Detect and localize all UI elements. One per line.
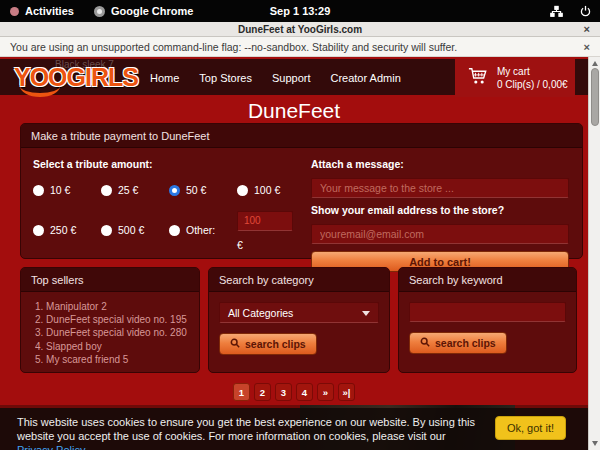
warning-close-icon[interactable]: × [584,41,590,53]
power-icon[interactable] [579,5,592,18]
system-top-bar: Activities Google Chrome Sep 1 13:29 [0,0,600,22]
amount-option-10[interactable]: 10 € [33,184,101,196]
cart-text: My cart 0 Clip(s) / 0,00€ [497,65,568,92]
top-seller-link[interactable]: 5. My scared friend 5 [35,353,189,366]
pagination-button-4[interactable]: 4 [296,383,313,401]
top-seller-link[interactable]: 3. DuneFeet special video no. 280 F [35,326,189,339]
cart-line1: My cart [497,66,530,77]
radio-icon[interactable] [101,225,112,236]
keyword-input[interactable] [409,302,566,322]
window-title: DuneFeet at YooGirls.com [238,24,362,35]
background-ghost-text: Black sleek 7 [55,59,114,70]
nav-item-creator-admin[interactable]: Creator Admin [330,72,400,84]
amount-option-label: 250 € [50,224,76,236]
page-scrollbar[interactable] [588,57,600,450]
desktop-screen: Activities Google Chrome Sep 1 13:29 Dun… [0,0,600,450]
category-select-value: All Categories [228,307,293,319]
chrome-icon [94,6,105,17]
search-category-title: Search by category [209,268,389,292]
window-title-bar: DuneFeet at YooGirls.com × [0,22,600,37]
scroll-down-icon[interactable] [592,441,598,446]
message-input[interactable] [311,178,569,198]
radio-icon[interactable] [237,185,248,196]
category-select[interactable]: All Categories [219,302,379,323]
main-nav: HomeTop StoresSupportCreator Admin [150,59,401,97]
search-keyword-button-label: search clips [435,337,496,349]
cart-button[interactable]: My cart 0 Clip(s) / 0,00€ [455,59,575,97]
amount-label: Select a tribute amount: [33,158,301,170]
amount-option-label: 50 € [186,184,206,196]
search-icon [420,337,430,349]
warning-text: You are using an unsupported command-lin… [10,41,457,53]
app-menu-button[interactable]: Google Chrome [84,0,204,22]
pagination-button-x[interactable]: » [317,383,334,401]
radio-icon[interactable] [101,185,112,196]
amount-option-other[interactable]: Other: [169,210,237,251]
page-title: DuneFeet [0,99,588,123]
pagination-button-1[interactable]: 1 [233,383,250,401]
tribute-message-section: Attach a message: Show your email addres… [311,158,569,272]
browser-viewport: YOOGIRLS HomeTop StoresSupportCreator Ad… [0,57,600,450]
amount-grid: 10 €25 €50 €100 €250 €500 €Other:€ [33,184,301,251]
other-amount-input[interactable] [237,211,293,231]
email-label: Show your email address to the store? [311,204,569,216]
amount-option-25[interactable]: 25 € [101,184,169,196]
webpage: YOOGIRLS HomeTop StoresSupportCreator Ad… [0,57,588,450]
top-sellers-title: Top sellers [21,268,199,292]
nav-item-support[interactable]: Support [272,72,311,84]
amount-option-label: 25 € [118,184,138,196]
chevron-down-icon [362,311,370,316]
scroll-up-icon[interactable] [592,61,598,66]
search-keyword-panel: Search by keyword search clips [398,267,577,373]
radio-icon[interactable] [169,225,180,236]
radio-selected-icon[interactable] [169,185,180,196]
pagination-button-2[interactable]: 2 [254,383,271,401]
other-amount-cell: € [237,210,301,251]
cart-line2: 0 Clip(s) / 0,00€ [497,79,568,90]
amount-option-50[interactable]: 50 € [169,184,237,196]
top-seller-link[interactable]: 1. Manipulator 2 [35,300,189,313]
scrollbar-thumb[interactable] [591,68,599,126]
top-sellers-list: 1. Manipulator 22. DuneFeet special vide… [21,292,199,366]
cookie-text-body: This website uses cookies to ensure you … [17,416,475,442]
nav-item-home[interactable]: Home [150,72,179,84]
amount-option-label: Other: [186,224,215,236]
search-keyword-button[interactable]: search clips [409,332,507,354]
search-icon [230,338,240,350]
search-category-button[interactable]: search clips [219,333,317,355]
amount-option-250[interactable]: 250 € [33,210,101,251]
pagination: 1234»»| [0,383,588,401]
chrome-warning-bar: You are using an unsupported command-lin… [0,37,600,57]
search-category-panel: Search by category All Categories search… [208,267,390,373]
top-seller-link[interactable]: 2. DuneFeet special video no. 195 T [35,313,189,326]
amount-option-100[interactable]: 100 € [237,184,301,196]
privacy-policy-link[interactable]: Privacy Policy [17,444,85,450]
tribute-panel-title: Make a tribute payment to DuneFeet [21,124,582,148]
nav-item-top-stores[interactable]: Top Stores [199,72,252,84]
window-close-icon[interactable]: × [584,23,590,35]
cart-icon [467,66,489,90]
cookie-accept-button[interactable]: Ok, got it! [495,416,566,440]
amount-option-500[interactable]: 500 € [101,210,169,251]
tribute-amount-section: Select a tribute amount: 10 €25 €50 €100… [33,158,301,251]
amount-option-label: 10 € [50,184,70,196]
cookie-banner: This website uses cookies to ensure you … [0,408,588,450]
logo-smile-icon [20,86,60,97]
activities-button[interactable]: Activities [0,0,84,22]
amount-option-label: 500 € [118,224,144,236]
activities-label: Activities [25,5,74,17]
top-seller-link[interactable]: 4. Slapped boy [35,340,189,353]
top-sellers-panel: Top sellers 1. Manipulator 22. DuneFeet … [20,267,200,373]
pagination-button-3[interactable]: 3 [275,383,292,401]
pagination-button-x[interactable]: »| [338,383,355,401]
network-icon[interactable] [550,5,563,18]
message-label: Attach a message: [311,158,569,170]
radio-icon[interactable] [33,225,44,236]
radio-icon[interactable] [33,185,44,196]
search-category-button-label: search clips [245,338,306,350]
email-input[interactable] [311,224,569,244]
app-menu-label: Google Chrome [111,5,194,17]
search-keyword-title: Search by keyword [399,268,576,292]
clock[interactable]: Sep 1 13:29 [270,5,331,17]
currency-label: € [237,239,301,251]
